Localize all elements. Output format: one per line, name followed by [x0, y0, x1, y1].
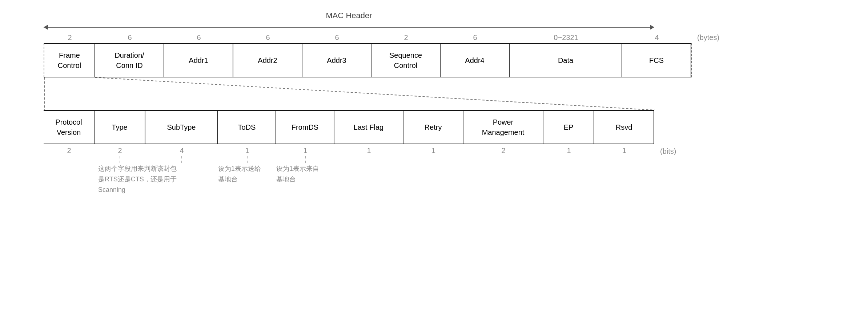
byte-6b: 6 — [164, 33, 233, 42]
byte-2b: 2 — [371, 33, 441, 42]
bit-2a: 2 — [44, 146, 95, 155]
byte-2: 2 — [44, 33, 95, 42]
bytes-unit-upper: (bytes) — [697, 33, 719, 42]
byte-6e: 6 — [441, 33, 510, 42]
expand-lines-svg — [44, 77, 662, 110]
byte-6a: 6 — [95, 33, 164, 42]
fc-cell-type: Type — [95, 111, 145, 144]
annotation-tods: 设为1表示送给基地台 — [218, 163, 276, 185]
fc-cell-rsvd: Rsvd — [594, 111, 654, 144]
fc-cell-last-flag: Last Flag — [334, 111, 403, 144]
fc-cell-power-mgmt: PowerManagement — [463, 111, 543, 144]
fc-cell-fromds: FromDS — [276, 111, 334, 144]
frame-cell-addr2: Addr2 — [233, 44, 302, 77]
frame-cell-fcs: FCS — [622, 44, 691, 77]
bit-2b: 2 — [95, 146, 145, 155]
bit-1b: 1 — [276, 146, 334, 155]
byte-6c: 6 — [233, 33, 302, 42]
fc-cell-ep: EP — [543, 111, 594, 144]
fc-cell-tods: ToDS — [218, 111, 276, 144]
bit-1e: 1 — [543, 146, 594, 155]
frame-cell-addr3: Addr3 — [302, 44, 371, 77]
frame-cell-addr1: Addr1 — [164, 44, 233, 77]
bit-2c: 2 — [463, 146, 543, 155]
byte-0-2321: 0~2321 — [510, 33, 622, 42]
upper-frame-table: FrameControl Duration/Conn ID Addr1 Addr… — [44, 43, 691, 77]
upper-bytes-row: 2 6 6 6 6 2 6 0~2321 4 (bytes) — [44, 33, 846, 42]
bit-1f: 1 — [594, 146, 654, 155]
frame-cell-frame-control: FrameControl — [44, 44, 95, 77]
frame-cell-data: Data — [510, 44, 622, 77]
fc-cell-retry: Retry — [403, 111, 463, 144]
arrow-right-icon — [650, 25, 654, 30]
byte-4: 4 — [622, 33, 691, 42]
byte-6d: 6 — [302, 33, 371, 42]
fc-cell-protocol-version: ProtocolVersion — [44, 111, 95, 144]
frame-cell-seq-control: SequenceControl — [371, 44, 441, 77]
fc-cell-subtype: SubType — [145, 111, 218, 144]
bit-1c: 1 — [334, 146, 403, 155]
frame-cell-addr4: Addr4 — [441, 44, 510, 77]
mac-header-label: MAC Header — [326, 11, 372, 20]
bit-1a: 1 — [218, 146, 276, 155]
annotation-type-subtype: 这两个字段用来判断该封包是RTS还是CTS，还是用于Scanning — [98, 164, 177, 195]
annotation-fromds: 设为1表示来自基地台 — [276, 163, 334, 185]
lower-bits-row: 2 2 4 — [44, 146, 846, 195]
bit-4: 4 — [145, 146, 218, 155]
arrow-left-icon — [44, 25, 48, 30]
bit-1d: 1 — [403, 146, 463, 155]
frame-cell-duration: Duration/Conn ID — [95, 44, 164, 77]
lower-frame-table: ProtocolVersion Type SubType ToDS FromDS… — [44, 110, 654, 144]
diagram-container: MAC Header 2 6 6 6 6 2 6 0~2321 4 (bytes… — [22, 11, 846, 195]
bits-unit-lower: (bits) — [660, 146, 676, 156]
svg-line-1 — [95, 77, 655, 110]
